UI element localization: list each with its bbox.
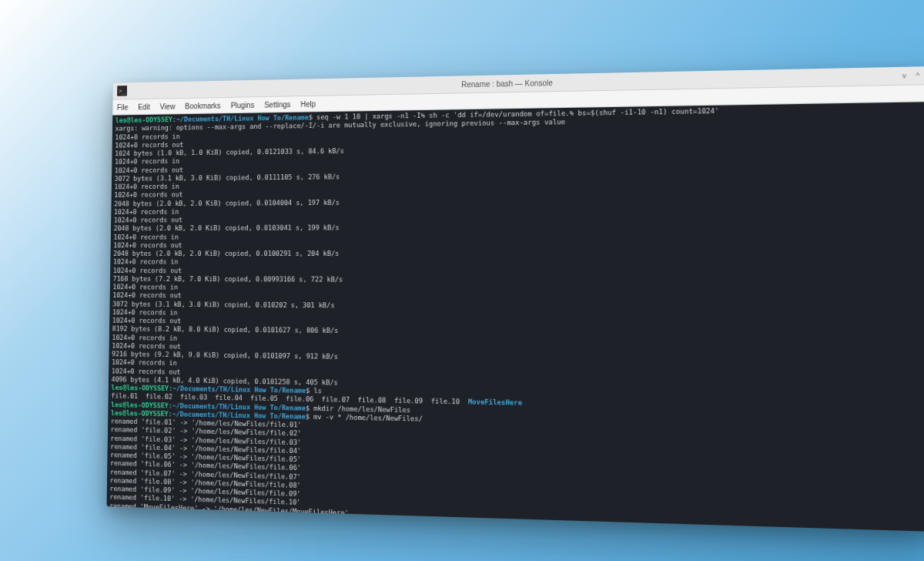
prompt-sigil: $	[306, 412, 313, 420]
dd-records-out: 1024+0 records out	[113, 240, 924, 250]
maximize-button[interactable]: ^	[912, 71, 922, 81]
prompt-user-host: les@les-ODYSSEY	[111, 409, 169, 418]
window-controls: v ^ ×	[899, 70, 924, 80]
prompt-user-host: les@les-ODYSSEY	[109, 510, 167, 519]
prompt-path: ~/Documents/TH/Linux How To/Rename	[171, 512, 305, 523]
prompt-sigil: $	[306, 404, 313, 412]
konsole-window: >_ Rename : bash — Konsole v ^ × File Ed…	[106, 66, 924, 532]
prompt-user-host: les@les-ODYSSEY	[116, 116, 172, 124]
command-text: mkdir /home/les/NewFiles	[313, 404, 410, 413]
app-icon: >_	[117, 86, 127, 96]
window-title: Rename : bash — Konsole	[461, 79, 553, 89]
prompt-user-host: les@les-ODYSSEY	[111, 384, 169, 392]
prompt-sigil: $	[309, 113, 316, 121]
minimize-button[interactable]: v	[899, 71, 909, 81]
prompt-sigil: $	[306, 387, 313, 395]
command-text: mv -v * /home/les/NewFiles/	[313, 413, 423, 423]
prompt-user-host: les@les-ODYSSEY	[111, 401, 169, 409]
menu-settings[interactable]: Settings	[264, 100, 290, 109]
cursor	[313, 516, 317, 524]
menu-help[interactable]: Help	[300, 99, 316, 108]
menu-plugins[interactable]: Plugins	[230, 101, 254, 109]
menu-file[interactable]: File	[117, 103, 129, 112]
menu-view[interactable]: View	[160, 102, 176, 110]
terminal-viewport[interactable]: les@les-ODYSSEY:~/Documents/TH/Linux How…	[106, 102, 924, 532]
dd-summary: 2048 bytes (2.0 kB, 2.0 KiB) copied, 0.0…	[113, 250, 924, 259]
command-text: ls	[313, 387, 321, 395]
menu-edit[interactable]: Edit	[138, 102, 150, 111]
ls-directory: MoveFilesHere	[468, 398, 522, 407]
menu-bookmarks[interactable]: Bookmarks	[185, 101, 220, 109]
prompt-separator: :	[167, 512, 171, 519]
prompt-sigil: $	[304, 516, 312, 524]
